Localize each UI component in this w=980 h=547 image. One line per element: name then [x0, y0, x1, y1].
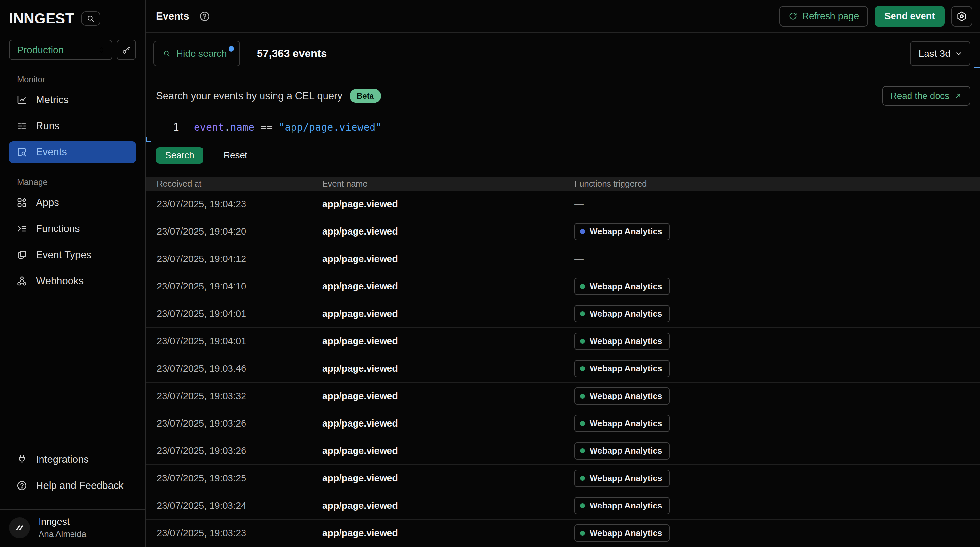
- sidebar-item-runs[interactable]: Runs: [9, 115, 136, 137]
- inngest-logo: INNGEST: [9, 10, 74, 27]
- help-icon: [16, 480, 27, 491]
- search-button[interactable]: Search: [156, 147, 204, 164]
- sidebar-item-webhooks[interactable]: Webhooks: [9, 270, 136, 292]
- environment-select[interactable]: Production: [9, 40, 112, 60]
- function-status-dot-completed: [580, 394, 585, 399]
- function-badge[interactable]: Webapp Analytics: [574, 470, 670, 487]
- function-badge[interactable]: Webapp Analytics: [574, 305, 670, 323]
- sidebar-item-event-types[interactable]: Event Types: [9, 244, 136, 266]
- cell-functions-triggered: —: [574, 254, 980, 264]
- apps-icon: [16, 197, 27, 208]
- table-row[interactable]: 23/07/2025, 19:03:26app/page.viewedWebap…: [146, 437, 980, 465]
- sidebar-item-label: Help and Feedback: [36, 480, 124, 491]
- hide-search-button[interactable]: Hide search: [153, 41, 240, 66]
- function-badge[interactable]: Webapp Analytics: [574, 387, 670, 405]
- events-table: Received at Event name Functions trigger…: [146, 177, 980, 547]
- function-name: Webapp Analytics: [590, 364, 662, 374]
- function-name: Webapp Analytics: [590, 473, 662, 483]
- table-row[interactable]: 23/07/2025, 19:03:32app/page.viewedWebap…: [146, 383, 980, 410]
- function-status-dot-completed: [580, 339, 585, 343]
- table-row[interactable]: 23/07/2025, 19:04:10app/page.viewedWebap…: [146, 273, 980, 300]
- runs-icon: [16, 121, 27, 132]
- cell-received-at: 23/07/2025, 19:03:23: [157, 528, 322, 539]
- event-keys-button[interactable]: [116, 40, 136, 60]
- table-row[interactable]: 23/07/2025, 19:04:12app/page.viewed—: [146, 245, 980, 273]
- function-badge[interactable]: Webapp Analytics: [574, 278, 670, 295]
- cell-functions-triggered: Webapp Analytics: [574, 497, 980, 514]
- function-name: Webapp Analytics: [590, 528, 662, 538]
- read-docs-button[interactable]: Read the docs: [882, 86, 970, 106]
- notification-dot: [229, 46, 234, 52]
- function-name: Webapp Analytics: [590, 309, 662, 319]
- time-range-value: Last 3d: [919, 48, 951, 59]
- cell-received-at: 23/07/2025, 19:03:32: [157, 391, 322, 401]
- cell-received-at: 23/07/2025, 19:04:12: [157, 254, 322, 264]
- table-row[interactable]: 23/07/2025, 19:04:01app/page.viewedWebap…: [146, 328, 980, 355]
- chevron-updown-icon: [97, 45, 106, 54]
- sidebar-item-help-and-feedback[interactable]: Help and Feedback: [9, 475, 136, 496]
- time-range-select[interactable]: Last 3d: [910, 41, 970, 66]
- metrics-icon: [16, 94, 27, 105]
- cell-received-at: 23/07/2025, 19:04:23: [157, 199, 322, 210]
- hide-search-label: Hide search: [176, 48, 227, 59]
- global-search-button[interactable]: [81, 11, 100, 26]
- send-event-button[interactable]: Send event: [875, 6, 945, 27]
- cell-received-at: 23/07/2025, 19:04:20: [157, 226, 322, 237]
- cell-received-at: 23/07/2025, 19:03:26: [157, 445, 322, 456]
- code-token-punct: .: [224, 121, 231, 133]
- cel-query-code: event.name == "app/page.viewed": [194, 121, 382, 133]
- function-name: Webapp Analytics: [590, 226, 662, 237]
- function-badge[interactable]: Webapp Analytics: [574, 332, 670, 350]
- column-event-name: Event name: [322, 179, 574, 189]
- table-row[interactable]: 23/07/2025, 19:04:01app/page.viewedWebap…: [146, 300, 980, 328]
- cell-functions-triggered: Webapp Analytics: [574, 305, 980, 323]
- function-badge[interactable]: Webapp Analytics: [574, 525, 670, 542]
- sidebar-item-label: Functions: [36, 223, 80, 235]
- function-status-dot-completed: [580, 531, 585, 536]
- cell-functions-triggered: Webapp Analytics: [574, 223, 980, 240]
- code-token-ident: event: [194, 121, 224, 133]
- main-content: Events Refresh page Send event Hide sear…: [146, 0, 980, 547]
- refresh-page-button[interactable]: Refresh page: [779, 6, 868, 27]
- sidebar-item-label: Integrations: [36, 454, 89, 466]
- help-circle-icon[interactable]: [199, 11, 210, 22]
- page-title: Events: [156, 10, 189, 22]
- sidebar-item-apps[interactable]: Apps: [9, 192, 136, 213]
- function-status-dot-completed: [580, 476, 585, 481]
- cell-event-name: app/page.viewed: [322, 254, 574, 264]
- sidebar-item-events[interactable]: Events: [9, 142, 136, 163]
- table-row[interactable]: 23/07/2025, 19:04:23app/page.viewed—: [146, 191, 980, 218]
- events-toolbar: Hide search 57,363 events Last 3d: [146, 33, 980, 75]
- search-icon: [162, 49, 171, 58]
- cell-received-at: 23/07/2025, 19:04:01: [157, 308, 322, 319]
- cel-query-editor[interactable]: 1 event.name == "app/page.viewed": [156, 121, 970, 133]
- column-functions-triggered: Functions triggered: [574, 179, 980, 189]
- function-badge[interactable]: Webapp Analytics: [574, 223, 670, 240]
- function-badge[interactable]: Webapp Analytics: [574, 497, 670, 514]
- sidebar-item-integrations[interactable]: Integrations: [9, 449, 136, 470]
- sidebar-item-metrics[interactable]: Metrics: [9, 89, 136, 111]
- functions-icon: [16, 223, 27, 234]
- function-badge[interactable]: Webapp Analytics: [574, 360, 670, 377]
- cel-panel-title: Search your events by using a CEL query: [156, 90, 342, 102]
- table-row[interactable]: 23/07/2025, 19:03:26app/page.viewedWebap…: [146, 410, 980, 437]
- sidebar-item-label: Event Types: [36, 249, 91, 261]
- function-status-dot-completed: [580, 448, 585, 453]
- no-functions-dash: —: [574, 199, 584, 209]
- table-row[interactable]: 23/07/2025, 19:04:20app/page.viewedWebap…: [146, 218, 980, 245]
- table-row[interactable]: 23/07/2025, 19:03:46app/page.viewedWebap…: [146, 355, 980, 383]
- account-org: Inngest: [38, 516, 86, 527]
- settings-button[interactable]: [951, 6, 972, 27]
- table-row[interactable]: 23/07/2025, 19:03:23app/page.viewedWebap…: [146, 520, 980, 547]
- function-badge[interactable]: Webapp Analytics: [574, 442, 670, 460]
- sidebar-item-functions[interactable]: Functions: [9, 218, 136, 240]
- function-status-dot-completed: [580, 366, 585, 371]
- event-types-icon: [16, 250, 27, 261]
- table-row[interactable]: 23/07/2025, 19:03:24app/page.viewedWebap…: [146, 492, 980, 520]
- reset-button[interactable]: Reset: [224, 150, 247, 161]
- table-row[interactable]: 23/07/2025, 19:03:25app/page.viewedWebap…: [146, 465, 980, 492]
- account-menu[interactable]: Inngest Ana Almeida: [0, 509, 145, 547]
- cell-functions-triggered: Webapp Analytics: [574, 470, 980, 487]
- function-name: Webapp Analytics: [590, 446, 662, 456]
- function-badge[interactable]: Webapp Analytics: [574, 415, 670, 432]
